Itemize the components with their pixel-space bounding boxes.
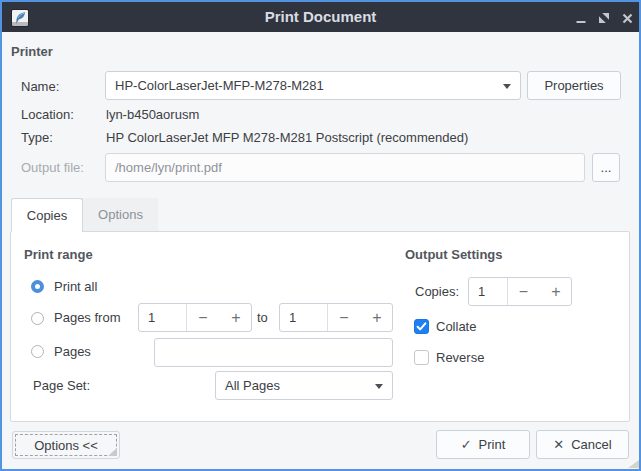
minus-icon[interactable]: − (327, 304, 361, 331)
printer-name-value: HP-ColorLaserJet-MFP-M278-M281 (115, 72, 324, 99)
printer-name-label: Name: (21, 79, 59, 95)
pages-from-radio[interactable] (31, 312, 44, 325)
reverse-checkbox[interactable] (414, 350, 429, 365)
pages-from-value: 1 (148, 304, 155, 331)
tab-options[interactable]: Options (83, 198, 158, 231)
minimize-button[interactable] (569, 4, 593, 32)
print-dialog-window: Print Document Printer Name: HP-ColorLas… (0, 0, 641, 471)
pages-from-label[interactable]: Pages from (54, 310, 120, 326)
maximize-icon (599, 13, 609, 23)
browse-button[interactable]: ... (592, 153, 620, 182)
pages-to-spinbox[interactable]: 1 − + (279, 303, 393, 332)
print-all-label[interactable]: Print all (54, 279, 97, 295)
copies-value: 1 (478, 278, 485, 305)
location-label: Location: (21, 107, 74, 123)
plus-icon[interactable]: + (540, 278, 572, 305)
tab-copies-label: Copies (27, 208, 67, 223)
type-label: Type: (21, 130, 53, 146)
collate-label[interactable]: Collate (436, 319, 476, 335)
pages-from-spinbox[interactable]: 1 − + (138, 303, 252, 332)
minus-icon[interactable]: − (507, 278, 540, 305)
pages-input[interactable] (154, 338, 393, 367)
printer-section-header: Printer (11, 44, 53, 59)
dropdown-arrow-icon (503, 84, 511, 89)
window-title: Print Document (2, 2, 639, 32)
maximize-button[interactable] (592, 4, 616, 32)
print-all-radio[interactable] (31, 280, 44, 293)
page-set-combobox[interactable]: All Pages (215, 371, 393, 400)
cancel-button[interactable]: ✕ Cancel (536, 430, 629, 459)
cancel-button-label: Cancel (571, 437, 611, 452)
options-toggle-button[interactable]: Options << (12, 431, 120, 459)
print-button-label: Print (479, 437, 506, 452)
minus-icon[interactable]: − (186, 304, 220, 331)
page-set-label: Page Set: (33, 378, 90, 394)
pages-radio[interactable] (31, 345, 44, 358)
check-icon: ✓ (461, 437, 472, 452)
button-corner-triangle-icon (108, 448, 117, 456)
browse-button-label: ... (601, 160, 612, 175)
minimize-icon (576, 12, 586, 24)
pages-to-value: 1 (289, 304, 296, 331)
output-settings-header: Output Settings (405, 247, 503, 262)
dropdown-arrow-icon (375, 384, 383, 389)
print-button[interactable]: ✓ Print (436, 430, 530, 459)
collate-checkbox[interactable] (414, 319, 429, 334)
titlebar[interactable]: Print Document (2, 2, 639, 32)
pages-label[interactable]: Pages (54, 344, 91, 360)
reverse-label[interactable]: Reverse (436, 350, 484, 366)
printer-name-combobox[interactable]: HP-ColorLaserJet-MFP-M278-M281 (105, 71, 521, 100)
location-value: lyn-b450aorusm (106, 107, 199, 123)
output-file-label: Output file: (21, 160, 84, 176)
copies-label: Copies: (415, 284, 459, 300)
plus-icon[interactable]: + (361, 304, 393, 331)
copies-spinbox[interactable]: 1 − + (468, 277, 572, 306)
to-label: to (257, 310, 268, 326)
type-value: HP ColorLaserJet MFP M278-M281 Postscrip… (106, 130, 468, 146)
page-set-value: All Pages (225, 372, 280, 399)
resize-grip[interactable] (628, 460, 639, 468)
tab-copies[interactable]: Copies (11, 198, 83, 232)
tab-options-label: Options (98, 207, 143, 222)
check-icon (415, 320, 428, 333)
output-file-value: /home/lyn/print.pdf (115, 154, 222, 181)
cross-icon: ✕ (553, 437, 564, 452)
properties-button-label: Properties (544, 78, 603, 93)
plus-icon[interactable]: + (220, 304, 252, 331)
close-button[interactable] (615, 4, 639, 32)
output-file-field[interactable]: /home/lyn/print.pdf (105, 153, 585, 182)
focus-outline (15, 434, 117, 456)
print-range-header: Print range (24, 247, 93, 262)
close-icon (622, 13, 633, 24)
properties-button[interactable]: Properties (527, 71, 621, 100)
